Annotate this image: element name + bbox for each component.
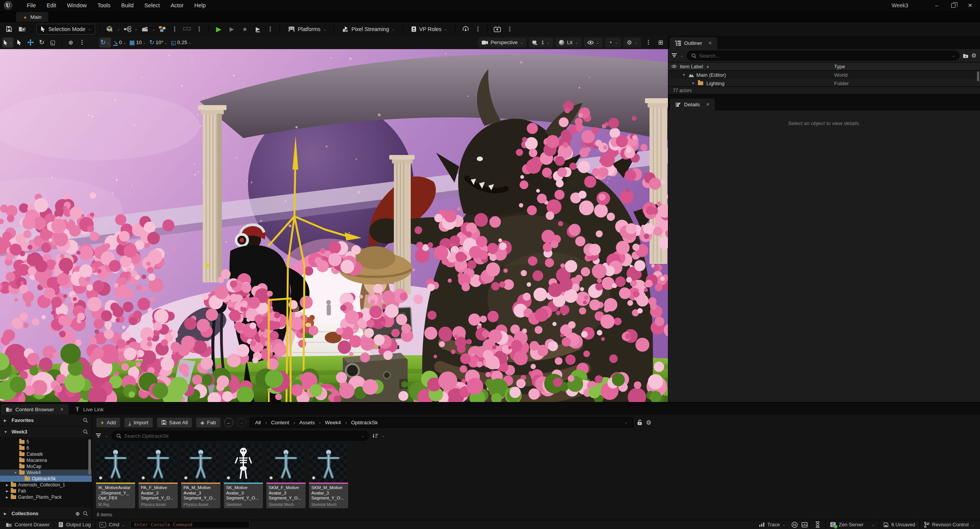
expand-caret-icon[interactable]: ▼	[13, 471, 18, 475]
close-icon[interactable]: ✕	[706, 102, 709, 107]
chevron-down-icon[interactable]: ⌄	[681, 54, 684, 58]
sort-view-options-icon[interactable]	[372, 433, 378, 438]
asset-tile[interactable]: ✱SK_Motive Avatar_3 Segment_Y_O...Skelet…	[224, 444, 263, 508]
tab-outliner[interactable]: Outliner ✕	[670, 37, 717, 49]
world-local-space-toggle[interactable]: ⊕	[66, 38, 76, 48]
frame-skip-button[interactable]: ▶	[226, 24, 238, 35]
outliner-row[interactable]: ▼Main (Editor)World	[668, 71, 980, 79]
folder-tree-item-catwalk[interactable]: Catwalk	[0, 451, 92, 457]
filter-icon[interactable]	[96, 433, 102, 438]
vr-mode-button[interactable]	[181, 24, 193, 35]
folder-tree-item-6[interactable]: 6	[0, 445, 92, 451]
rotation-snap-dropdown[interactable]: ↻ 10° ⌄	[148, 38, 169, 48]
console-command-field[interactable]	[131, 521, 250, 528]
eject-possess-button[interactable]: ▶	[252, 24, 264, 35]
save-current-level-button[interactable]	[3, 24, 15, 35]
back-button[interactable]: ←	[224, 418, 233, 427]
stop-button[interactable]: ■	[239, 24, 251, 35]
cinematics-button[interactable]	[139, 24, 150, 35]
tab-main-level[interactable]: ▲ Main	[16, 12, 48, 22]
chevron-down-icon[interactable]: ⌄	[152, 27, 155, 31]
expand-caret-icon[interactable]: ▼	[691, 82, 696, 85]
close-icon[interactable]: ✕	[60, 407, 64, 412]
maximize-viewport-button[interactable]: ⊞	[656, 38, 666, 48]
minimize-button[interactable]: –	[934, 2, 940, 8]
folder-tree-item-macarena[interactable]: Macarena	[0, 457, 92, 463]
folder-tree-item-mocap[interactable]: MoCap	[0, 463, 92, 470]
panel-splitter[interactable]	[668, 94, 980, 97]
platforms-dropdown[interactable]: Platforms ⌄	[284, 24, 330, 35]
menu-edit[interactable]: Edit	[41, 0, 61, 11]
chevron-down-icon[interactable]: ⌄	[135, 27, 138, 31]
caret-down-icon[interactable]: ▼	[4, 430, 8, 434]
translate-tool-button[interactable]	[26, 38, 36, 48]
folder-tree-item-fab[interactable]: ▶Fab	[0, 488, 92, 494]
folder-tree-item-optitracksk[interactable]: OptitrackSk	[0, 476, 92, 482]
caret-right-icon[interactable]: ▶	[4, 419, 8, 422]
add-collection-icon[interactable]: ⊕	[75, 511, 80, 517]
asset-tile[interactable]: ✱SKM_F_Motive Avatar_3 Segment_Y_O...Ske…	[266, 444, 306, 508]
toolbar-overflow-menu[interactable]: ⋮	[170, 25, 180, 33]
breadcrumb-content[interactable]: Content	[271, 420, 289, 425]
perspective-dropdown[interactable]: Perspective ⌄	[478, 38, 527, 48]
tab-content-browser[interactable]: Content Browser ✕	[1, 404, 69, 415]
scale-tool-button[interactable]: ◱	[48, 38, 58, 48]
restore-button[interactable]	[951, 3, 955, 8]
tab-live-link[interactable]: Live Link	[69, 404, 109, 415]
close-button[interactable]: ✕	[967, 2, 973, 8]
expand-caret-icon[interactable]: ▼	[681, 73, 686, 77]
menu-actor[interactable]: Actor	[165, 0, 189, 11]
tab-details[interactable]: Details ✕	[670, 99, 715, 110]
breadcrumb-all[interactable]: All	[255, 420, 261, 425]
snap-rotation-toggle[interactable]: ↻ ⌄	[99, 38, 111, 48]
outliner-column-header[interactable]: Item Label ▲ Type	[668, 62, 980, 71]
asset-tile[interactable]: ✱SKM_M_Motive Avatar_3 Segment_Y_O...Ske…	[309, 444, 348, 508]
background-tasks-icon[interactable]	[810, 521, 825, 528]
search-icon[interactable]	[83, 429, 88, 434]
pause-trace-icon[interactable]	[790, 522, 800, 528]
breadcrumb-assets[interactable]: Assets	[299, 420, 315, 425]
asset-tile[interactable]: ✱PA_M_Motive Avatar_3 Segment_Y_O...Phys…	[181, 444, 220, 508]
menu-select[interactable]: Select	[139, 0, 165, 11]
outliner-row[interactable]: ▼LightingFolder	[668, 79, 980, 86]
viewport-overflow-menu[interactable]: ⋮	[643, 39, 653, 46]
search-icon[interactable]	[83, 511, 88, 516]
collections-section[interactable]: ▶ Collections ⊕	[0, 507, 92, 520]
camera-speed-dropdown[interactable]: 1 ⌄	[529, 38, 553, 48]
menu-window[interactable]: Window	[61, 0, 92, 11]
chevron-down-icon[interactable]: ⌄	[361, 434, 364, 438]
toolbar-overflow-menu[interactable]: ⋮	[194, 25, 204, 33]
select-tool-button[interactable]	[15, 38, 25, 48]
search-icon[interactable]	[83, 418, 88, 423]
blueprints-button[interactable]	[122, 24, 133, 35]
folder-tree-item-week4[interactable]: ▼Week4	[0, 470, 92, 476]
search-input[interactable]	[699, 53, 949, 59]
unsaved-changes-button[interactable]: 6 Unsaved	[879, 520, 919, 529]
caret-right-icon[interactable]: ▶	[4, 512, 8, 516]
column-item-label[interactable]: Item Label	[680, 64, 703, 69]
chevron-down-icon[interactable]: ⌄	[952, 54, 955, 58]
trace-dropdown[interactable]: Trace ⌄	[755, 520, 790, 529]
search-input[interactable]	[124, 433, 358, 439]
output-log-button[interactable]: Output Log	[54, 520, 95, 529]
outliner-search-field[interactable]: ⌄	[687, 51, 960, 61]
play-options-menu[interactable]: ⋮	[265, 25, 275, 33]
expand-caret-icon[interactable]: ▶	[5, 483, 10, 487]
path-dropdown-icon[interactable]: ⌄	[625, 420, 628, 424]
menu-tools[interactable]: Tools	[92, 0, 116, 11]
media-capture-button[interactable]	[492, 24, 503, 35]
content-search-field[interactable]: ⌄	[112, 431, 369, 441]
viewport-select-mode-dropdown[interactable]: ⌄	[2, 38, 13, 48]
expand-caret-icon[interactable]: ▶	[5, 489, 10, 493]
favorites-section[interactable]: ▶ Favorites	[0, 415, 92, 426]
cmd-dropdown[interactable]: >_ Cmd ⌄	[95, 520, 129, 529]
pixel-streaming-dropdown[interactable]: Pixel Streaming ⌄	[339, 24, 398, 35]
folder-tree-item-5[interactable]: 5	[0, 439, 92, 445]
breadcrumb-optitracksk[interactable]: OptitrackSk	[351, 420, 378, 425]
editor-utility-layout-button[interactable]	[157, 24, 168, 35]
scale-snap-dropdown[interactable]: ◱ 0.25 ⌄	[170, 38, 192, 48]
chevron-down-icon[interactable]: ⌄	[117, 27, 120, 31]
menu-file[interactable]: File	[21, 0, 41, 11]
menu-help[interactable]: Help	[189, 0, 211, 11]
outliner-settings-icon[interactable]: ⚙	[972, 52, 977, 59]
